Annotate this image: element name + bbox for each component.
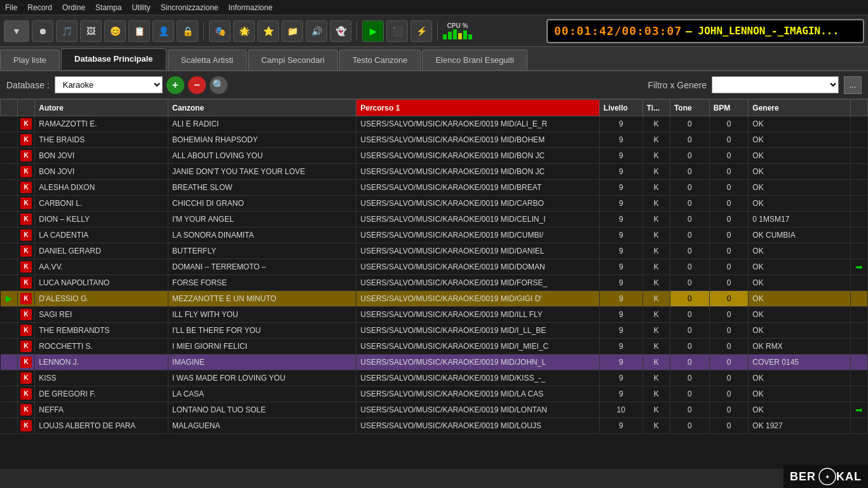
tab-play-liste[interactable]: Play liste — [0, 50, 60, 70]
toolbar-btn-11[interactable]: 📁 — [281, 20, 303, 42]
play-btn[interactable]: ▶ — [362, 20, 384, 42]
table-row[interactable]: KLUCA NAPOLITANOFORSE FORSEUSERS/SALVO/M… — [1, 275, 868, 291]
k-icon: K — [20, 182, 32, 193]
toolbar-btn-10[interactable]: ⭐ — [257, 20, 279, 42]
row-canzone: ILL FLY WITH YOU — [168, 307, 356, 323]
separator-2 — [356, 22, 357, 41]
table-row[interactable]: KLOUJS ALBERTO DE PARAMALAGUENAUSERS/SAL… — [1, 418, 868, 434]
row-ti: K — [642, 243, 670, 259]
row-autore: LA CADENTIA — [35, 227, 168, 243]
table-row[interactable]: KDE GREGORI F.LA CASAUSERS/SALVO/MUSIC/K… — [1, 386, 868, 402]
add-record-button[interactable]: + — [166, 76, 184, 94]
brand-icon: ✦ — [818, 468, 836, 485]
toolbar-btn-14[interactable]: ⬛ — [386, 20, 408, 42]
toolbar-btn-4[interactable]: 😊 — [104, 20, 126, 42]
filter-select[interactable] — [712, 76, 839, 93]
table-row[interactable]: KCARBONI L.CHICCHI DI GRANOUSERS/SALVO/M… — [1, 196, 868, 212]
toolbar-btn-3[interactable]: 🖼 — [80, 20, 102, 42]
row-play-indicator — [1, 307, 18, 323]
filter-label: Filtro x Genere — [648, 80, 707, 90]
row-percorso: USERS/SALVO/MUSIC/KARAOKE/0019 MID/LA CA… — [356, 386, 600, 402]
table-row[interactable]: KBON JOVIJANIE DON'T YOU TAKE YOUR LOVEU… — [1, 164, 868, 180]
toolbar-btn-7[interactable]: 🔒 — [177, 20, 198, 42]
toolbar-btn-9[interactable]: 🌟 — [233, 20, 255, 42]
toolbar-dropdown-btn[interactable]: ▼ — [4, 20, 29, 42]
toolbar-btn-15[interactable]: ⚡ — [410, 20, 432, 42]
k-icon: K — [20, 420, 32, 431]
table-row[interactable]: KNEFFALONTANO DAL TUO SOLEUSERS/SALVO/MU… — [1, 402, 868, 418]
row-bpm: 0 — [709, 275, 749, 291]
toolbar-btn-5[interactable]: 📋 — [128, 20, 150, 42]
tab-testo-canzone[interactable]: Testo Canzone — [339, 50, 421, 70]
row-percorso: USERS/SALVO/MUSIC/KARAOKE/0019 MID/ALI_E… — [356, 116, 600, 132]
song-table-container[interactable]: Autore Canzone Percorso 1 Livello Ti... … — [0, 99, 868, 469]
k-icon: K — [20, 261, 32, 273]
remove-record-button[interactable]: − — [188, 76, 206, 94]
toolbar-btn-12[interactable]: 🔊 — [306, 20, 327, 42]
table-row[interactable]: ▶KD'ALESSIO G.MEZZANOTTE E UN MINUTOUSER… — [1, 291, 868, 307]
toolbar-btn-13[interactable]: 👻 — [330, 20, 351, 42]
table-row[interactable]: KLA CADENTIALA SONORA DINAMITAUSERS/SALV… — [1, 227, 868, 243]
table-row[interactable]: KTHE BRAIDSBOHEMIAN RHAPSODYUSERS/SALVO/… — [1, 132, 868, 148]
toolbar-btn-1[interactable]: ⏺ — [32, 20, 53, 42]
row-bpm: 0 — [709, 132, 749, 148]
table-row[interactable]: KALESHA DIXONBREATHE SLOWUSERS/SALVO/MUS… — [1, 180, 868, 196]
tab-campi-secondari[interactable]: Campi Secondari — [248, 50, 338, 70]
k-icon: K — [20, 150, 32, 161]
search-record-button[interactable]: 🔍 — [210, 76, 227, 94]
table-row[interactable]: KROCCHETTI S.I MIEI GIORNI FELICIUSERS/S… — [1, 339, 868, 355]
row-arrow-right — [850, 116, 867, 132]
row-arrow-right: ➡ — [850, 259, 867, 275]
table-row[interactable]: KDANIEL GERARDBUTTERFLYUSERS/SALVO/MUSIC… — [1, 243, 868, 259]
menu-record[interactable]: Record — [27, 3, 52, 12]
filter-section: Filtro x Genere ... — [648, 76, 862, 94]
tab-database-principale[interactable]: Database Principale — [61, 48, 166, 70]
menu-file[interactable]: File — [5, 3, 17, 12]
database-select[interactable]: Karaoke — [55, 76, 163, 93]
now-playing-title: – JOHN_LENNON_-_IMAGIN... — [686, 25, 839, 37]
row-play-indicator — [1, 370, 18, 386]
row-tone: 0 — [670, 116, 709, 132]
k-icon: K — [20, 325, 32, 336]
col-ti: Ti... — [642, 100, 670, 116]
menu-ordine[interactable]: Ordine — [62, 3, 85, 12]
row-livello: 9 — [599, 370, 642, 386]
k-icon: K — [20, 245, 32, 257]
menu-stampa[interactable]: Stampa — [95, 3, 121, 12]
row-ti: K — [642, 116, 670, 132]
row-percorso: USERS/SALVO/MUSIC/KARAOKE/0019 MID/BON J… — [356, 164, 600, 180]
toolbar-btn-6[interactable]: 👤 — [153, 20, 174, 42]
row-bpm: 0 — [709, 243, 749, 259]
tab-elenco-brani[interactable]: Elenco Brani Eseguiti — [422, 50, 527, 70]
row-bpm: 0 — [709, 323, 749, 339]
row-livello: 9 — [599, 180, 642, 196]
row-livello: 9 — [599, 227, 642, 243]
bottom-branding: BER ✦ KAL — [783, 465, 868, 488]
toolbar-btn-2[interactable]: 🎵 — [56, 20, 78, 42]
table-row[interactable]: KTHE REMBRANDTSI'LL BE THERE FOR YOUUSER… — [1, 323, 868, 339]
filter-options-button[interactable]: ... — [844, 76, 862, 94]
row-arrow-right — [850, 227, 867, 243]
k-icon: K — [20, 198, 32, 209]
row-ti: K — [642, 370, 670, 386]
menu-sincronizzazione[interactable]: Sincronizzazione — [161, 3, 219, 12]
tab-scaletta-artisti[interactable]: Scaletta Artisti — [168, 50, 247, 70]
row-tone: 0 — [670, 291, 709, 307]
toolbar-btn-8[interactable]: 🎭 — [209, 20, 231, 42]
row-ti: K — [642, 291, 670, 307]
table-row[interactable]: KAA.VV.DOMANI – TERREMOTO –USERS/SALVO/M… — [1, 259, 868, 275]
menu-utility[interactable]: Utility — [132, 3, 150, 12]
table-row[interactable]: KBON JOVIALL ABOUT LOVING YOUUSERS/SALVO… — [1, 148, 868, 164]
table-row[interactable]: KLENNON J.IMAGINEUSERS/SALVO/MUSIC/KARAO… — [1, 355, 868, 370]
col-icon — [1, 100, 18, 116]
k-icon: K — [20, 229, 32, 241]
cpu-bar-6 — [468, 34, 472, 39]
table-row[interactable]: KRAMAZZOTTI E.ALI E RADICIUSERS/SALVO/MU… — [1, 116, 868, 132]
menu-informazione[interactable]: Informazione — [228, 3, 272, 12]
table-row[interactable]: KKISSI WAS MADE FOR LOVING YOUUSERS/SALV… — [1, 370, 868, 386]
table-row[interactable]: KDION – KELLYI'M YOUR ANGELUSERS/SALVO/M… — [1, 212, 868, 227]
row-autore: AA.VV. — [35, 259, 168, 275]
row-canzone: BUTTERFLY — [168, 243, 356, 259]
table-row[interactable]: KSAGI REIILL FLY WITH YOUUSERS/SALVO/MUS… — [1, 307, 868, 323]
song-table: Autore Canzone Percorso 1 Livello Ti... … — [0, 99, 868, 434]
